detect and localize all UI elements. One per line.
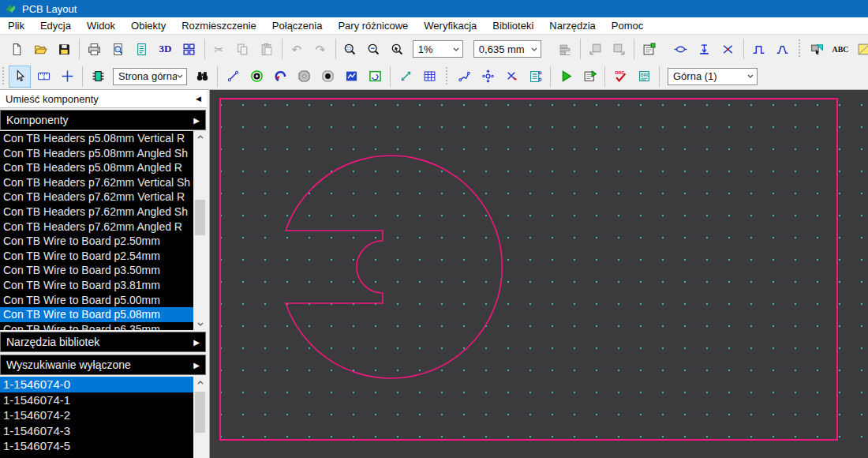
route-fanout-button[interactable]	[500, 66, 522, 88]
via-styles-button[interactable]	[694, 38, 716, 60]
components-section-header[interactable]: Komponenty ▶	[0, 110, 206, 130]
toolbar-grip[interactable]	[2, 67, 5, 86]
place-trace-button[interactable]	[222, 66, 244, 88]
board-side-select[interactable]: Strona górna	[113, 68, 187, 85]
component-list-item[interactable]: Con TB Wire to Board p2.50mm	[0, 234, 193, 249]
preview-3d-button[interactable]: 3D	[155, 38, 177, 60]
component-list-item[interactable]: Con TB Headers p7.62mm Angled R	[0, 220, 193, 235]
menu-item[interactable]: Pary różnicowe	[330, 17, 416, 35]
trace-90-button[interactable]	[747, 38, 769, 60]
placement-list-button[interactable]	[554, 38, 576, 60]
redo-button[interactable]: ↷	[309, 38, 331, 60]
active-layer-select[interactable]: Górna (1)	[668, 68, 758, 85]
save-button[interactable]	[53, 38, 75, 60]
net-manager-button[interactable]	[524, 66, 546, 88]
component-list-item[interactable]: Con TB Wire to Board p2.54mm	[0, 249, 193, 264]
scroll-up-button[interactable]	[194, 377, 206, 389]
menu-item[interactable]: Narzędzia	[541, 17, 604, 35]
copy-button[interactable]	[232, 38, 254, 60]
zoom-mode-button[interactable]	[387, 38, 409, 60]
component-list-item[interactable]: Con TB Wire to Board p3.81mm	[0, 278, 193, 293]
print-preview-button[interactable]	[107, 38, 129, 60]
new-file-button[interactable]	[6, 38, 28, 60]
shape-properties-button[interactable]	[806, 38, 828, 60]
run-verification-button[interactable]	[555, 66, 577, 88]
open-file-button[interactable]	[29, 38, 51, 60]
place-component-button[interactable]	[87, 66, 109, 88]
place-text-button[interactable]: ABC	[829, 38, 851, 60]
component-list-item[interactable]: Con TB Wire to Board p5.00mm	[0, 293, 193, 308]
verification-report-button[interactable]	[578, 66, 600, 88]
log-button[interactable]	[131, 38, 153, 60]
menu-item[interactable]: Edycja	[32, 17, 79, 35]
cut-button[interactable]: ✂	[208, 38, 230, 60]
component-list[interactable]: Con TB Headers p5.08mm Vertical RCon TB …	[0, 131, 193, 330]
route-via-button[interactable]	[477, 66, 499, 88]
measure-distance-button[interactable]	[395, 66, 417, 88]
part-list-item[interactable]: 1-1546074-5	[0, 438, 193, 454]
panelizing-button[interactable]	[178, 38, 200, 60]
component-list-item[interactable]: Con TB Headers p7.62mm Vertical Sh	[0, 175, 193, 190]
pcb-canvas[interactable]	[210, 90, 868, 458]
paste-button[interactable]	[256, 38, 278, 60]
undo-button[interactable]: ↶	[286, 38, 308, 60]
place-via-button[interactable]	[245, 66, 268, 88]
notched-circle-cutout[interactable]	[286, 156, 502, 378]
origin-tool-button[interactable]	[56, 66, 78, 88]
layer-setup-button[interactable]	[638, 38, 660, 60]
drc-check-button[interactable]: DRC	[609, 66, 631, 88]
zoom-out-button[interactable]	[363, 38, 385, 60]
print-button[interactable]	[84, 38, 106, 60]
component-list-item[interactable]: Con TB Headers p5.08mm Angled Sh	[0, 146, 193, 161]
toolbar-grip[interactable]	[798, 39, 801, 58]
part-list-item[interactable]: 1-1546074-2	[0, 407, 193, 423]
component-list-item[interactable]: Con TB Wire to Board p5.08mm	[0, 307, 193, 322]
part-list-scrollbar[interactable]	[194, 377, 206, 458]
place-copper-pour-button[interactable]	[340, 66, 362, 88]
toolbar-grip[interactable]	[445, 67, 448, 86]
find-component-button[interactable]	[191, 66, 213, 88]
scroll-up-button[interactable]	[194, 131, 206, 143]
drc-report-button[interactable]: DRC	[633, 66, 655, 88]
sidebar-panel-title[interactable]: Umieść komponenty ◀	[0, 90, 207, 108]
collapse-left-icon[interactable]: ◀	[196, 95, 201, 103]
update-from-schematic-button[interactable]	[584, 38, 606, 60]
select-tool-button[interactable]	[9, 66, 31, 88]
menu-item[interactable]: Rozmieszczenie	[174, 17, 264, 35]
menu-item[interactable]: Pomoc	[604, 17, 651, 35]
part-list[interactable]: 1-1546074-01-1546074-11-1546074-21-15460…	[0, 377, 193, 458]
back-annotate-button[interactable]	[608, 38, 630, 60]
component-list-item[interactable]: Con TB Wire to Board p3.50mm	[0, 263, 193, 278]
place-pad-button[interactable]	[293, 66, 315, 88]
menu-item[interactable]: Widok	[79, 17, 123, 35]
component-list-item[interactable]: Con TB Headers p7.62mm Vertical R	[0, 190, 193, 205]
zoom-level-select[interactable]: 1%	[413, 40, 463, 58]
component-list-item[interactable]: Con TB Headers p5.08mm Angled R	[0, 160, 193, 175]
measure-tool-button[interactable]: 1	[32, 66, 54, 88]
menu-item[interactable]: Połączenia	[264, 17, 331, 35]
component-list-scrollbar[interactable]	[194, 131, 206, 330]
menu-item[interactable]: Weryfikacja	[416, 17, 485, 35]
grid-step-select[interactable]: 0,635 mm	[473, 40, 541, 58]
search-section-header[interactable]: Wyszukiwanie wyłączone ▶	[0, 355, 206, 375]
component-list-item[interactable]: Con TB Headers p5.08mm Vertical R	[0, 131, 193, 146]
trace-45-button[interactable]	[771, 38, 793, 60]
part-list-item[interactable]: 1-1546074-6	[0, 454, 193, 458]
component-list-item[interactable]: Con TB Wire to Board p6.35mm	[0, 322, 193, 330]
scrollbar-thumb[interactable]	[195, 392, 205, 433]
menu-item[interactable]: Plik	[0, 17, 32, 35]
part-list-item[interactable]: 1-1546074-1	[0, 392, 193, 408]
place-board-outline-button[interactable]	[364, 66, 386, 88]
menu-item[interactable]: Obiekty	[123, 17, 174, 35]
route-trace-button[interactable]	[453, 66, 475, 88]
component-list-item[interactable]: Con TB Headers p7.62mm Angled Sh	[0, 205, 193, 220]
grid-table-button[interactable]	[418, 66, 440, 88]
place-arc-button[interactable]	[269, 66, 291, 88]
part-list-item[interactable]: 1-1546074-0	[0, 377, 193, 392]
place-shape-button[interactable]	[853, 38, 868, 60]
menu-item[interactable]: Biblioteki	[485, 17, 541, 35]
route-setup-button[interactable]	[670, 38, 692, 60]
library-tools-section-header[interactable]: Narzędzia bibliotek ▶	[0, 332, 206, 352]
zoom-window-button[interactable]	[339, 38, 361, 60]
part-list-item[interactable]: 1-1546074-3	[0, 423, 193, 439]
